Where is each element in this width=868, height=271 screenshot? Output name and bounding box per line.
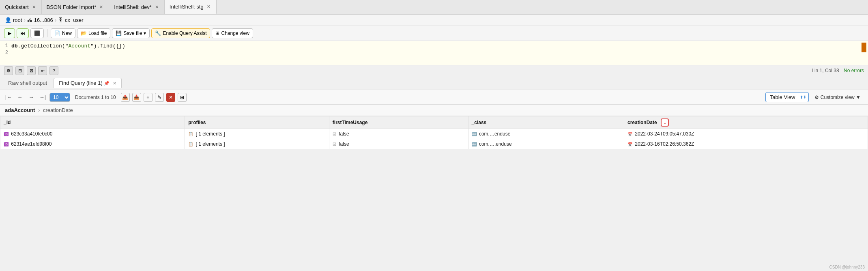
tab-find-query[interactable]: Find Query (line 1) 📌 ✕	[54, 78, 122, 88]
cell-id-1: 🆔 623c33a410fe0c00	[0, 129, 185, 139]
table-body: 🆔 623c33a410fe0c00 📋 [ 1 elements ] ☑ fa…	[0, 129, 868, 149]
col-id-label: _id	[4, 120, 11, 125]
col-header-class: _class	[468, 116, 624, 129]
nav-first-button[interactable]: |←	[4, 93, 13, 102]
creation-date-expand-button[interactable]: ⌄	[661, 118, 669, 127]
nav-next-button[interactable]: →	[27, 93, 36, 102]
id-value-1: 623c33a410fe0c00	[11, 131, 52, 137]
run-step-button[interactable]: ⏭	[17, 28, 29, 38]
editor-action-4[interactable]: ⇤	[38, 66, 47, 75]
code-line-2: 2	[0, 49, 868, 56]
date-icon-2: 📅	[627, 142, 632, 146]
line-num-1: 1	[0, 43, 11, 49]
first-time-value-2: false	[339, 141, 349, 147]
cell-profiles-2: 📋 [ 1 elements ]	[185, 139, 329, 149]
stop-icon: ⬛	[34, 30, 40, 36]
class-value-1: com.…enduse	[479, 131, 510, 137]
change-view-button[interactable]: ⊞ Change view	[212, 28, 253, 38]
cell-profiles-1: 📋 [ 1 elements ]	[185, 129, 329, 139]
table-breadcrumb-sep: ›	[38, 107, 40, 113]
import-button[interactable]: 📥	[132, 93, 141, 102]
tab-intellishell-stg-label: IntelliShell: stg	[170, 4, 204, 10]
col-header-id: _id	[0, 116, 185, 129]
tab-bson-import-close[interactable]: ✕	[99, 4, 104, 10]
tab-intellishell-dev[interactable]: IntelliShell: dev* ✕	[109, 0, 165, 14]
col-header-creation-date: creationDate ⌄	[624, 116, 868, 129]
tab-intellishell-dev-close[interactable]: ✕	[154, 4, 159, 10]
profiles-value-2: [ 1 elements ]	[196, 141, 225, 147]
cell-class-2: 🔤 com.….enduse	[468, 139, 624, 149]
cell-id-2: 🆔 62314ae1efd98f00	[0, 139, 185, 149]
pin-icon: 📌	[104, 81, 110, 86]
tab-quickstart-close[interactable]: ✕	[31, 4, 37, 10]
page-size-select[interactable]: 10 25 50 100	[49, 93, 70, 102]
toolbar: ▶ ⏭ ⬛ 📄 New 📂 Load file 💾 Save file ▾ 🔧 …	[0, 26, 868, 41]
tab-bar: Quickstart ✕ BSON Folder Import* ✕ Intel…	[0, 0, 868, 15]
table-collection-name: adaAccount	[5, 107, 35, 113]
col-header-first-time-usage: firstTimeUsage	[329, 116, 468, 129]
load-file-button[interactable]: 📂 Load file	[77, 28, 110, 38]
editor-action-2[interactable]: ⊟	[15, 66, 24, 75]
filter-button[interactable]: ⊞	[178, 93, 187, 102]
tab-raw-shell[interactable]: Raw shell output	[3, 78, 52, 88]
help-button[interactable]: ?	[49, 66, 58, 75]
save-file-icon: 💾	[116, 30, 122, 36]
code-content-1: db.getCollection("Account").find({})	[11, 43, 868, 49]
data-table-container: _id profiles firstTimeUsage _class creat…	[0, 116, 868, 149]
table-header: _id profiles firstTimeUsage _class creat…	[0, 116, 868, 129]
enable-qa-label: Enable Query Assist	[163, 30, 206, 36]
no-errors: No errors	[844, 68, 864, 73]
tab-intellishell-dev-label: IntelliShell: dev*	[114, 4, 152, 10]
doc-count: Documents 1 to 10	[75, 95, 116, 100]
view-select-wrapper: Table View Tree View JSON View ⬆⬇	[765, 92, 809, 102]
code-db: db	[11, 43, 18, 49]
code-editor[interactable]: 1 db.getCollection("Account").find({}) 2	[0, 41, 868, 65]
profiles-icon-2: 📋	[188, 142, 193, 146]
col-profiles-label: profiles	[188, 120, 206, 125]
enable-qa-icon: 🔧	[155, 30, 161, 36]
date-icon-1: 📅	[627, 132, 632, 136]
breadcrumb-connection-icon: 🖧	[27, 17, 32, 23]
toolbar-divider1	[47, 29, 47, 37]
delete-doc-button[interactable]: ✕	[166, 93, 175, 102]
stop-button[interactable]: ⬛	[30, 28, 44, 38]
edit-doc-button[interactable]: ✎	[155, 93, 164, 102]
add-doc-button[interactable]: +	[144, 93, 153, 102]
save-dropdown-icon: ▾	[144, 30, 146, 36]
run-step-icon: ⏭	[20, 30, 25, 36]
col-creation-date-label: creationDate	[627, 120, 657, 125]
tab-find-query-close[interactable]: ✕	[113, 81, 116, 86]
customize-view-button[interactable]: ⚙ Customize view ▼	[811, 93, 864, 102]
code-collection: Account	[68, 43, 90, 49]
tab-intellishell-stg[interactable]: IntelliShell: stg ✕	[165, 0, 217, 14]
breadcrumb: 👤 root › 🖧 16...886 › 🗄 cx_user	[0, 15, 868, 26]
customize-view-label: Customize view ▼	[821, 95, 861, 100]
cell-creation-date-2: 📅 2022-03-16T02:26:50.362Z	[624, 139, 868, 149]
tab-bson-import[interactable]: BSON Folder Import* ✕	[42, 0, 110, 14]
breadcrumb-user: root	[13, 17, 22, 23]
table-row: 🆔 623c33a410fe0c00 📋 [ 1 elements ] ☑ fa…	[0, 129, 868, 139]
nav-prev-button[interactable]: ←	[15, 93, 24, 102]
save-file-button[interactable]: 💾 Save file ▾	[112, 28, 150, 38]
editor-action-3[interactable]: ⊠	[27, 66, 36, 75]
col-first-time-usage-label: firstTimeUsage	[333, 120, 367, 125]
class-icon-1: 🔤	[472, 132, 477, 136]
play-icon: ▶	[8, 30, 11, 36]
run-button[interactable]: ▶	[4, 28, 15, 38]
code-scroll-marker	[862, 43, 866, 52]
nav-last-button[interactable]: →|	[38, 93, 47, 102]
export-button[interactable]: 📤	[121, 93, 130, 102]
code-line-1: 1 db.getCollection("Account").find({})	[0, 43, 868, 49]
tab-quickstart[interactable]: Quickstart ✕	[0, 0, 42, 14]
view-select[interactable]: Table View Tree View JSON View	[765, 92, 809, 102]
line-num-2: 2	[0, 50, 11, 56]
enable-query-assist-button[interactable]: 🔧 Enable Query Assist	[151, 28, 210, 38]
editor-action-1[interactable]: ⚙	[4, 66, 13, 75]
tab-intellishell-stg-close[interactable]: ✕	[206, 4, 211, 10]
creation-date-value-1: 2022-03-24T09:05:47.030Z	[635, 131, 694, 137]
code-find: ").find({})	[90, 43, 125, 49]
cell-first-time-2: ☑ false	[329, 139, 468, 149]
table-row: 🆔 62314ae1efd98f00 📋 [ 1 elements ] ☑ fa…	[0, 139, 868, 149]
new-button[interactable]: 📄 New	[51, 28, 75, 38]
breadcrumb-sep2: ›	[55, 17, 56, 23]
